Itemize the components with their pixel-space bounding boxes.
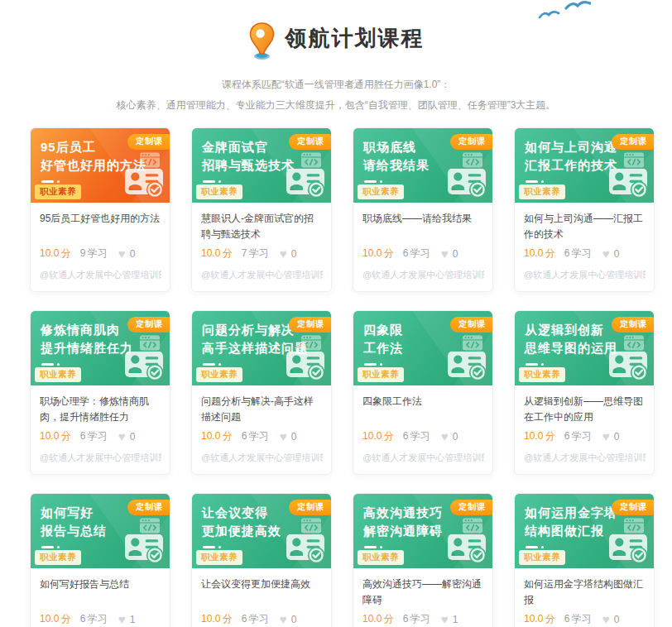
course-card[interactable]: 定制课 如何写好 报告与总结 职业素养 如何写好报告与总结 10.0 分 6 学… <box>30 493 170 627</box>
course-score: 10.0 分 <box>362 612 394 626</box>
course-stats: 10.0 分 7 学习 ♥0 <box>201 246 323 261</box>
category-tag: 职业素养 <box>519 550 565 565</box>
course-card[interactable]: 定制课 职场底线 请给我结果 职业素养 职场底线——请给我结果 10.0 分 6… <box>353 127 493 292</box>
course-description: 高效沟通技巧——解密沟通障碍 <box>362 577 484 608</box>
course-author: @软通人才发展中心管理培训部 <box>362 452 484 464</box>
course-description: 慧眼识人-金牌面试官的招聘与甄选技术 <box>201 211 323 242</box>
heart-icon: ♥ <box>441 615 449 625</box>
course-cover[interactable]: 定制课 如何运用金字塔 结构图做汇报 职业素养 <box>515 494 654 568</box>
heart-icon: ♥ <box>441 432 449 442</box>
like-count: 0 <box>291 431 297 443</box>
heart-icon: ♥ <box>118 432 126 442</box>
course-cover[interactable]: 定制课 四象限 工作法 职业素养 <box>353 311 492 385</box>
like-button[interactable]: ♥0 <box>602 614 620 625</box>
id-card-check-icon <box>286 533 324 564</box>
course-cover[interactable]: 定制课 从逻辑到创新 思维导图的运用 职业素养 <box>515 311 654 385</box>
course-grid: 定制课 95后员工 好管也好用的方法 职业素养 95后员工好管也好用的方法 10… <box>30 127 655 627</box>
course-author: @软通人才发展中心管理培训部 <box>524 452 646 464</box>
study-count: 6 学习 <box>564 429 592 443</box>
like-button[interactable]: ♥0 <box>441 248 458 260</box>
like-count: 0 <box>130 248 136 260</box>
course-cover[interactable]: 定制课 修炼情商肌肉 提升情绪胜任力 职业素养 <box>31 311 170 385</box>
custom-course-badge: 定制课 <box>127 500 170 515</box>
like-button[interactable]: ♥0 <box>280 614 297 625</box>
course-stats: 10.0 分 6 学习 ♥0 <box>362 246 484 261</box>
id-card-check-icon <box>609 533 647 564</box>
custom-course-badge: 定制课 <box>612 317 654 333</box>
heart-icon: ♥ <box>441 249 449 259</box>
like-count: 0 <box>130 431 136 443</box>
course-author: @软通人才发展中心管理培训部 <box>362 269 484 281</box>
course-author: @软通人才发展中心管理培训部 <box>201 269 323 281</box>
like-button[interactable]: ♥0 <box>602 248 620 260</box>
course-cover[interactable]: 定制课 金牌面试官 招聘与甄选技术 职业素养 <box>192 128 331 203</box>
course-stats: 10.0 分 6 学习 ♥0 <box>201 429 323 443</box>
course-card-body: 95后员工好管也好用的方法 10.0 分 9 学习 ♥0 @软通人才发展中心管理… <box>31 203 170 291</box>
course-cover[interactable]: 定制课 如何写好 报告与总结 职业素养 <box>31 494 170 568</box>
code-window-icon <box>301 152 321 168</box>
course-description: 职场心理学：修炼情商肌肉，提升情绪胜任力 <box>40 394 161 425</box>
birds-decoration <box>535 0 591 25</box>
course-card[interactable]: 定制课 四象限 工作法 职业素养 四象限工作法 10.0 分 6 学习 ♥0 <box>353 310 493 475</box>
like-button[interactable]: ♥0 <box>280 431 297 443</box>
category-tag: 职业素养 <box>35 367 81 382</box>
category-tag: 职业素养 <box>35 184 81 199</box>
course-author: @软通人才发展中心管理培训部 <box>40 452 161 464</box>
course-cover[interactable]: 定制课 问题分析与解决 高手这样描述问题 职业素养 <box>192 311 331 385</box>
like-button[interactable]: ♥0 <box>280 248 297 260</box>
like-button[interactable]: ♥1 <box>441 614 458 625</box>
course-card-body: 从逻辑到创新——思维导图在工作中的应用 10.0 分 6 学习 ♥0 @软通人才… <box>515 385 654 474</box>
course-description: 职场底线——请给我结果 <box>362 211 484 242</box>
category-tag: 职业素养 <box>35 550 81 565</box>
course-description: 让会议变得更加便捷高效 <box>201 577 323 608</box>
custom-course-badge: 定制课 <box>612 500 654 515</box>
course-description: 95后员工好管也好用的方法 <box>40 211 161 242</box>
course-card[interactable]: 定制课 问题分析与解决 高手这样描述问题 职业素养 问题分析与解决-高手这样描述… <box>191 310 332 475</box>
course-card[interactable]: 定制课 高效沟通技巧 解密沟通障碍 职业素养 高效沟通技巧——解密沟通障碍 10… <box>353 493 493 627</box>
code-window-icon <box>140 518 160 534</box>
course-card[interactable]: 定制课 金牌面试官 招聘与甄选技术 职业素养 慧眼识人-金牌面试官的招聘与甄选技… <box>191 127 332 292</box>
course-card[interactable]: 定制课 95后员工 好管也好用的方法 职业素养 95后员工好管也好用的方法 10… <box>30 127 170 292</box>
course-card[interactable]: 定制课 从逻辑到创新 思维导图的运用 职业素养 从逻辑到创新——思维导图在工作中… <box>514 310 655 475</box>
like-count: 1 <box>453 614 458 625</box>
course-cover[interactable]: 定制课 如何与上司沟通 汇报工作的技术 职业素养 <box>515 128 654 203</box>
like-button[interactable]: ♥0 <box>602 431 620 443</box>
heart-icon: ♥ <box>118 615 126 625</box>
course-score: 10.0 分 <box>362 429 394 443</box>
custom-course-badge: 定制课 <box>127 134 170 150</box>
like-count: 1 <box>130 614 136 625</box>
like-button[interactable]: ♥0 <box>118 248 136 260</box>
page-subtitle-line1: 课程体系匹配“软通一线管理者通用胜任力画像1.0”： <box>0 78 672 92</box>
study-count: 6 学习 <box>80 612 108 626</box>
course-description: 从逻辑到创新——思维导图在工作中的应用 <box>524 394 646 425</box>
course-stats: 10.0 分 6 学习 ♥0 <box>362 429 484 443</box>
course-cover[interactable]: 定制课 职场底线 请给我结果 职业素养 <box>353 128 492 203</box>
study-count: 7 学习 <box>242 246 269 261</box>
course-stats: 10.0 分 9 学习 ♥0 <box>40 246 161 261</box>
custom-course-badge: 定制课 <box>450 317 492 333</box>
category-tag: 职业素养 <box>358 367 404 382</box>
category-tag: 职业素养 <box>196 550 242 565</box>
like-button[interactable]: ♥0 <box>441 431 458 443</box>
course-card[interactable]: 定制课 如何运用金字塔 结构图做汇报 职业素养 如何运用金字塔结构图做汇报 10… <box>514 493 655 627</box>
id-card-check-icon <box>125 167 163 199</box>
course-card[interactable]: 定制课 如何与上司沟通 汇报工作的技术 职业素养 如何与上司沟通——汇报工作的技… <box>514 127 655 292</box>
id-card-check-icon <box>448 350 486 381</box>
course-score: 10.0 分 <box>524 246 555 261</box>
category-tag: 职业素养 <box>196 184 242 199</box>
heart-icon: ♥ <box>280 615 287 625</box>
course-card[interactable]: 定制课 修炼情商肌肉 提升情绪胜任力 职业素养 职场心理学：修炼情商肌肉，提升情… <box>30 310 170 475</box>
code-window-icon <box>624 518 644 534</box>
course-cover[interactable]: 定制课 95后员工 好管也好用的方法 职业素养 <box>31 128 170 203</box>
like-button[interactable]: ♥0 <box>118 431 136 443</box>
course-author: @软通人才发展中心管理培训部 <box>201 452 323 464</box>
like-button[interactable]: ♥1 <box>118 614 136 625</box>
course-card[interactable]: 定制课 让会议变得 更加便捷高效 职业素养 让会议变得更加便捷高效 10.0 分… <box>191 493 332 627</box>
course-cover[interactable]: 定制课 让会议变得 更加便捷高效 职业素养 <box>192 494 331 568</box>
course-cover[interactable]: 定制课 高效沟通技巧 解密沟通障碍 职业素养 <box>353 494 492 568</box>
category-tag: 职业素养 <box>519 367 565 382</box>
category-tag: 职业素养 <box>358 550 404 565</box>
course-author: @软通人才发展中心管理培训部 <box>524 269 646 281</box>
id-card-check-icon <box>286 350 324 381</box>
id-card-check-icon <box>448 533 486 564</box>
